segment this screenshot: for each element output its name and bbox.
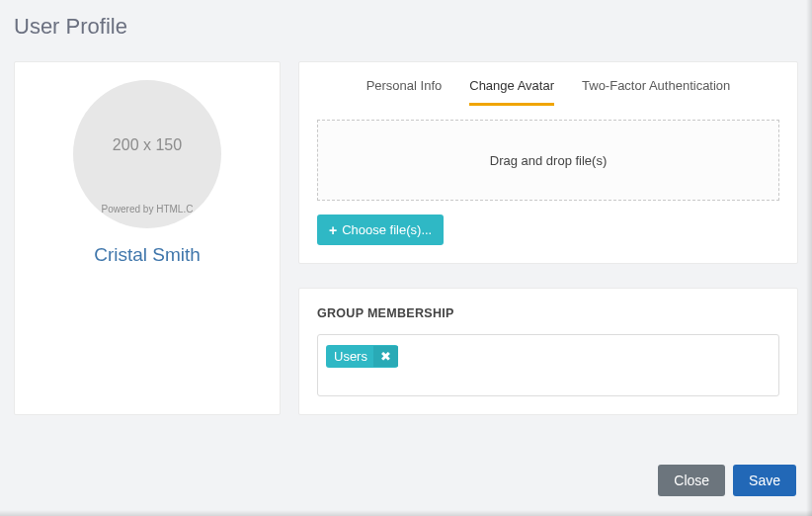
page-title: User Profile [14, 14, 798, 40]
avatar-dimensions: 200 x 150 [113, 136, 182, 154]
avatar-placeholder: 200 x 150 Powered by HTML.C [73, 80, 221, 228]
tab-change-avatar[interactable]: Change Avatar [469, 78, 554, 106]
group-tag-label: Users [326, 345, 373, 368]
group-membership-panel: GROUP MEMBERSHIP Users ✖ [298, 288, 798, 415]
choose-files-label: Choose file(s)... [342, 222, 432, 237]
avatar-powered-text: Powered by HTML.C [102, 204, 194, 215]
tab-two-factor[interactable]: Two-Factor Authentication [582, 78, 730, 106]
avatar-panel: Personal Info Change Avatar Two-Factor A… [298, 61, 798, 264]
profile-card: 200 x 150 Powered by HTML.C Cristal Smit… [14, 61, 281, 415]
close-button[interactable]: Close [658, 465, 725, 496]
user-name: Cristal Smith [31, 244, 264, 266]
save-button[interactable]: Save [733, 465, 796, 496]
tab-personal-info[interactable]: Personal Info [366, 78, 443, 106]
group-membership-header: GROUP MEMBERSHIP [317, 306, 779, 320]
footer-buttons: Close Save [658, 465, 796, 496]
group-tag-input[interactable]: Users ✖ [317, 334, 779, 396]
dropzone-label: Drag and drop file(s) [490, 153, 608, 168]
file-dropzone[interactable]: Drag and drop file(s) [317, 120, 779, 201]
group-tag: Users ✖ [326, 345, 398, 368]
tabs: Personal Info Change Avatar Two-Factor A… [317, 78, 779, 106]
remove-tag-icon[interactable]: ✖ [373, 346, 398, 367]
choose-files-button[interactable]: + Choose file(s)... [317, 215, 444, 245]
plus-icon: + [329, 223, 337, 237]
